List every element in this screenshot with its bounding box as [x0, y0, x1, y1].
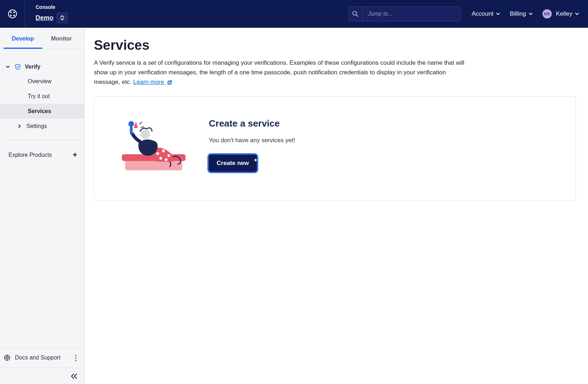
- create-new-button[interactable]: Create new ✦: [209, 155, 257, 172]
- explore-products-label: Explore Products: [9, 152, 52, 158]
- empty-state-illustration: [119, 118, 190, 172]
- search-icon: [352, 11, 359, 17]
- learn-more-label: Learn more: [133, 79, 164, 85]
- create-service-body: Create a service You don't have any serv…: [209, 118, 295, 172]
- verify-product-icon: [14, 63, 21, 70]
- create-service-card: Create a service You don't have any serv…: [94, 96, 576, 201]
- search-button[interactable]: [349, 7, 363, 21]
- user-name: Kelley: [556, 10, 572, 17]
- docs-and-support[interactable]: Docs and Support ⋮: [0, 347, 84, 368]
- tab-develop[interactable]: Develop: [4, 28, 42, 49]
- docs-support-label: Docs and Support: [15, 354, 60, 361]
- account-label: Account: [472, 10, 493, 17]
- svg-point-18: [159, 157, 162, 160]
- jump-to-search[interactable]: [348, 6, 461, 21]
- sidebar-item-services[interactable]: Services: [0, 104, 84, 119]
- svg-point-20: [141, 129, 150, 139]
- svg-point-15: [157, 152, 159, 155]
- sidebar-item-overview[interactable]: Overview: [0, 74, 84, 89]
- chevrons-up-down-icon: [60, 15, 65, 21]
- svg-point-19: [165, 158, 168, 161]
- twilio-logo-icon: [7, 9, 17, 19]
- sidebar-divider: [4, 140, 81, 140]
- svg-point-3: [10, 15, 12, 16]
- create-service-title: Create a service: [209, 118, 295, 129]
- page-description: A Verify service is a set of configurati…: [94, 58, 471, 87]
- console-label: Console: [36, 4, 68, 10]
- chevron-down-icon: [496, 11, 500, 16]
- chevron-down-icon: [528, 11, 533, 16]
- project-switcher-button[interactable]: [56, 12, 68, 23]
- explore-products[interactable]: Explore Products +: [0, 147, 84, 163]
- svg-line-22: [141, 127, 144, 127]
- tab-monitor[interactable]: Monitor: [42, 28, 81, 49]
- support-icon: [4, 354, 11, 361]
- top-bar: Console Demo Account Billing KR Kelley: [0, 0, 588, 28]
- main-content: Services A Verify service is a set of co…: [85, 28, 588, 384]
- search-input[interactable]: [363, 7, 461, 21]
- svg-line-21: [139, 122, 142, 124]
- chevron-down-icon: [574, 11, 579, 16]
- billing-label: Billing: [510, 10, 526, 17]
- sidebar-group-label: Verify: [25, 64, 41, 70]
- project-selector: Console Demo: [25, 4, 68, 23]
- sidebar-item-try-it-out[interactable]: Try it out: [0, 89, 84, 104]
- svg-point-16: [162, 149, 165, 152]
- svg-point-8: [6, 357, 8, 358]
- external-link-icon: [167, 80, 172, 85]
- more-vertical-icon[interactable]: ⋮: [72, 353, 79, 362]
- account-menu[interactable]: Account: [472, 10, 500, 17]
- chevrons-left-icon: [70, 373, 78, 379]
- sidebar-tabs: Develop Monitor: [4, 28, 81, 49]
- chevron-down-icon: [6, 65, 11, 69]
- app-logo[interactable]: [0, 0, 25, 28]
- svg-point-5: [353, 11, 357, 15]
- svg-point-2: [13, 11, 15, 13]
- learn-more-link[interactable]: Learn more: [133, 79, 173, 85]
- chevron-right-icon: [18, 124, 23, 128]
- billing-menu[interactable]: Billing: [510, 10, 533, 17]
- svg-point-17: [168, 154, 170, 157]
- svg-point-0: [8, 10, 16, 18]
- collapse-sidebar-button[interactable]: [0, 368, 84, 384]
- sidebar-item-label: Settings: [26, 123, 47, 129]
- sidebar-group-verify[interactable]: Verify: [0, 60, 84, 74]
- project-name[interactable]: Demo: [36, 14, 53, 22]
- svg-point-4: [13, 15, 15, 16]
- user-menu[interactable]: KR Kelley: [542, 9, 579, 18]
- create-service-subtitle: You don't have any services yet!: [209, 137, 295, 144]
- plus-icon: +: [73, 150, 77, 160]
- sidebar-nav: Verify Overview Try it out Services Sett…: [0, 49, 84, 163]
- page-title: Services: [94, 38, 576, 53]
- svg-point-1: [10, 11, 12, 13]
- cursor-icon: ✦: [254, 158, 258, 163]
- sidebar-item-settings[interactable]: Settings: [0, 119, 84, 134]
- svg-line-6: [356, 15, 358, 17]
- create-new-label: Create new: [217, 160, 249, 166]
- sidebar: Develop Monitor Verify Overview Try it o…: [0, 28, 85, 384]
- user-avatar: KR: [542, 9, 552, 18]
